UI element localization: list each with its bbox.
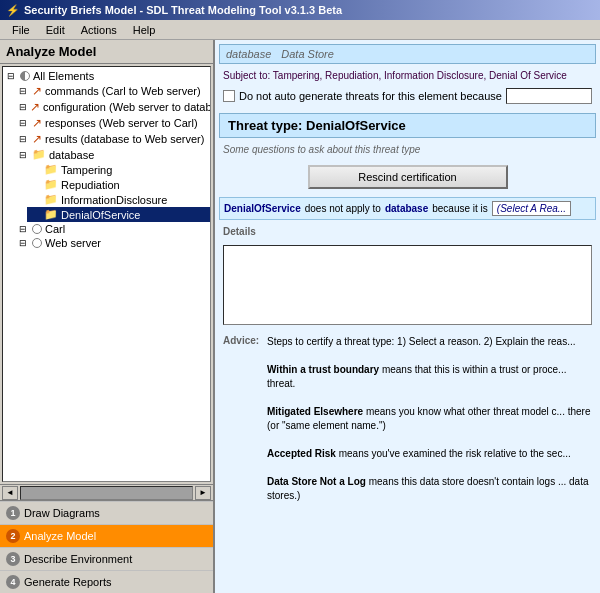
tree-scrollbar: ◄ ► — [0, 484, 213, 500]
main-layout: Analyze Model ⊟ All Elements ⊟ ↗ command… — [0, 40, 600, 593]
title-bar: ⚡ Security Briefs Model - SDL Threat Mod… — [0, 0, 600, 20]
folder-icon: 📁 — [44, 163, 58, 176]
questions-label: Some questions to ask about this threat … — [219, 142, 596, 157]
subject-to: Subject to: Tampering, Repudiation, Info… — [219, 68, 596, 83]
select-reason-dropdown[interactable]: (Select A Rea... — [492, 201, 571, 216]
tree-item-webserver[interactable]: ⊟ Web server — [15, 236, 210, 250]
analyze-model-header: Analyze Model — [0, 40, 213, 64]
nav-describe-environment[interactable]: 3 Describe Environment — [0, 547, 213, 570]
folder-icon: 📁 — [32, 148, 46, 161]
left-panel: Analyze Model ⊟ All Elements ⊟ ↗ command… — [0, 40, 215, 593]
folder-icon: 📁 — [44, 193, 58, 206]
element-category: Data Store — [281, 48, 334, 60]
nav-label-4: Generate Reports — [24, 576, 111, 588]
nav-analyze-model[interactable]: 2 Analyze Model — [0, 524, 213, 547]
tree-item-results[interactable]: ⊟ ↗ results (database to Web server) — [15, 131, 210, 147]
nav-num-1: 1 — [6, 506, 20, 520]
menu-bar: File Edit Actions Help — [0, 20, 600, 40]
expand-icon: ⊟ — [7, 71, 17, 81]
nav-generate-reports[interactable]: 4 Generate Reports — [0, 570, 213, 593]
app-icon: ⚡ — [6, 4, 20, 17]
nav-label-1: Draw Diagrams — [24, 507, 100, 519]
advice-section: Advice: Steps to certify a threat type: … — [219, 331, 596, 507]
nav-draw-diagrams[interactable]: 1 Draw Diagrams — [0, 501, 213, 524]
advice-text: Steps to certify a threat type: 1) Selec… — [267, 335, 592, 503]
expand-icon: ⊟ — [19, 102, 27, 112]
tree-view[interactable]: ⊟ All Elements ⊟ ↗ commands (Carl to Web… — [2, 66, 211, 482]
tree-item-denialofservice[interactable]: 📁 DenialOfService — [27, 207, 210, 222]
tree-item-configuration[interactable]: ⊟ ↗ configuration (Web server to datab..… — [15, 99, 210, 115]
expand-icon — [31, 180, 41, 190]
scroll-left[interactable]: ◄ — [2, 486, 18, 500]
tree-item-carl[interactable]: ⊟ Carl — [15, 222, 210, 236]
title-text: Security Briefs Model - SDL Threat Model… — [24, 4, 342, 16]
details-textarea[interactable] — [224, 246, 591, 324]
folder-icon: 📁 — [44, 178, 58, 191]
advice-label: Advice: — [223, 335, 263, 503]
menu-actions[interactable]: Actions — [73, 22, 125, 38]
nav-num-4: 4 — [6, 575, 20, 589]
expand-icon: ⊟ — [19, 224, 29, 234]
tree-item-repudiation[interactable]: 📁 Repudiation — [27, 177, 210, 192]
threat-name: DenialOfService — [224, 203, 301, 214]
expand-icon: ⊟ — [19, 238, 29, 248]
auto-gen-checkbox[interactable] — [223, 90, 235, 102]
expand-icon: ⊟ — [19, 134, 29, 144]
circle-icon — [32, 224, 42, 234]
scroll-track[interactable] — [20, 486, 193, 500]
all-elements-icon — [20, 71, 30, 81]
tree-all-elements[interactable]: ⊟ All Elements — [3, 69, 210, 83]
menu-help[interactable]: Help — [125, 22, 164, 38]
nav-num-2: 2 — [6, 529, 20, 543]
nav-num-3: 3 — [6, 552, 20, 566]
details-label: Details — [219, 224, 596, 239]
arrow-icon: ↗ — [32, 84, 42, 98]
threat-status-row: DenialOfService does not apply to databa… — [219, 197, 596, 220]
scroll-right[interactable]: ► — [195, 486, 211, 500]
expand-icon: ⊟ — [19, 86, 29, 96]
nav-label-3: Describe Environment — [24, 553, 132, 565]
menu-file[interactable]: File — [4, 22, 38, 38]
right-panel: database Data Store Subject to: Tamperin… — [215, 40, 600, 593]
threat-type-header: Threat type: DenialOfService — [219, 113, 596, 138]
arrow-icon: ↗ — [32, 132, 42, 146]
expand-icon: ⊟ — [19, 118, 29, 128]
tree-item-responses[interactable]: ⊟ ↗ responses (Web server to Carl) — [15, 115, 210, 131]
auto-gen-label: Do not auto generate threats for this el… — [239, 90, 502, 102]
does-not-apply: does not apply to — [305, 203, 381, 214]
arrow-icon: ↗ — [32, 116, 42, 130]
expand-icon — [31, 165, 41, 175]
folder-icon: 📁 — [44, 208, 58, 221]
tree-item-database[interactable]: ⊟ 📁 database — [15, 147, 210, 162]
tree-item-infodisclosure[interactable]: 📁 InformationDisclosure — [27, 192, 210, 207]
bottom-nav: 1 Draw Diagrams 2 Analyze Model 3 Descri… — [0, 500, 213, 593]
tree-item-commands[interactable]: ⊟ ↗ commands (Carl to Web server) — [15, 83, 210, 99]
auto-gen-row: Do not auto generate threats for this el… — [219, 87, 596, 105]
tree-item-tampering[interactable]: 📁 Tampering — [27, 162, 210, 177]
expand-icon — [31, 210, 41, 220]
expand-icon: ⊟ — [19, 150, 29, 160]
rescind-button[interactable]: Rescind certification — [308, 165, 508, 189]
element-type: database — [226, 48, 271, 60]
element-header: database Data Store — [219, 44, 596, 64]
auto-gen-input[interactable] — [506, 88, 592, 104]
arrow-icon: ↗ — [30, 100, 40, 114]
menu-edit[interactable]: Edit — [38, 22, 73, 38]
details-box[interactable] — [223, 245, 592, 325]
because-text: because it is — [432, 203, 488, 214]
element-name: database — [385, 203, 428, 214]
nav-label-2: Analyze Model — [24, 530, 96, 542]
circle-icon — [32, 238, 42, 248]
expand-icon — [31, 195, 41, 205]
